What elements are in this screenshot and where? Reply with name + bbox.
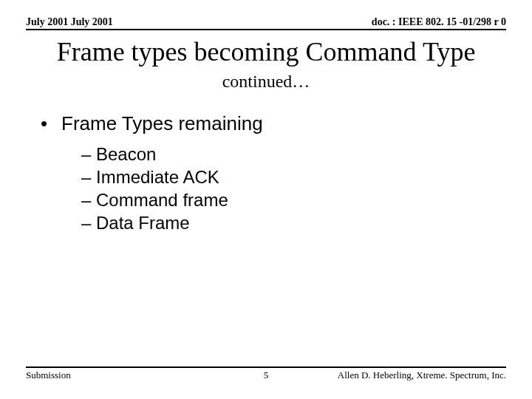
slide-title: Frame types becoming Command Type: [26, 36, 506, 67]
slide-subtitle: continued…: [26, 72, 506, 92]
list-item: – Data Frame: [81, 213, 506, 233]
main-bullet-text: Frame Types remaining: [61, 112, 263, 135]
main-bullet: • Frame Types remaining: [41, 112, 506, 135]
sub-item-text: Command frame: [96, 190, 228, 211]
list-item: – Beacon: [81, 144, 506, 165]
footer-row: Submission 5 Allen D. Heberling, Xtreme.…: [26, 366, 506, 381]
header-right: doc. : IEEE 802. 15 -01/298 r 0: [372, 16, 506, 28]
sub-item-text: Immediate ACK: [96, 167, 219, 188]
dash-icon: –: [81, 167, 96, 188]
bullet-dot-icon: •: [41, 112, 61, 135]
header-row: July 2001 July 2001 doc. : IEEE 802. 15 …: [26, 16, 506, 30]
sub-list: – Beacon – Immediate ACK – Command frame…: [41, 144, 506, 233]
footer-left: Submission: [26, 369, 71, 381]
content-area: • Frame Types remaining – Beacon – Immed…: [26, 112, 506, 233]
list-item: – Immediate ACK: [81, 167, 506, 188]
dash-icon: –: [81, 190, 96, 211]
sub-item-text: Beacon: [96, 144, 156, 165]
sub-item-text: Data Frame: [96, 213, 190, 233]
dash-icon: –: [81, 213, 96, 233]
list-item: – Command frame: [81, 190, 506, 211]
footer-page-number: 5: [264, 369, 269, 381]
header-left: July 2001 July 2001: [26, 16, 113, 28]
dash-icon: –: [81, 144, 96, 165]
footer-right: Allen D. Heberling, Xtreme. Spectrum, In…: [338, 369, 506, 381]
